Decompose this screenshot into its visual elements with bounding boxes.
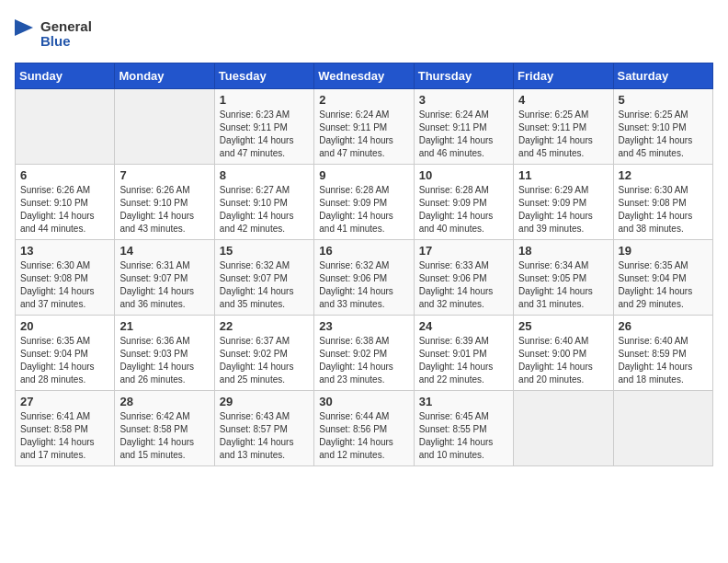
day-number: 24 <box>419 319 508 333</box>
day-number: 2 <box>319 93 408 107</box>
calendar-cell <box>16 89 115 165</box>
day-info: Sunrise: 6:38 AMSunset: 9:02 PMDaylight:… <box>319 335 408 386</box>
day-number: 18 <box>518 244 608 258</box>
day-number: 27 <box>20 395 109 408</box>
calendar-week-5: 27Sunrise: 6:41 AMSunset: 8:58 PMDayligh… <box>16 391 713 466</box>
day-info: Sunrise: 6:29 AMSunset: 9:09 PMDaylight:… <box>518 184 608 236</box>
day-info: Sunrise: 6:37 AMSunset: 9:02 PMDaylight:… <box>220 335 309 386</box>
calendar-cell: 27Sunrise: 6:41 AMSunset: 8:58 PMDayligh… <box>16 391 115 466</box>
calendar-cell: 16Sunrise: 6:32 AMSunset: 9:06 PMDayligh… <box>314 240 414 316</box>
day-number: 4 <box>518 93 608 107</box>
day-info: Sunrise: 6:26 AMSunset: 9:10 PMDaylight:… <box>20 184 109 236</box>
day-number: 28 <box>119 395 209 408</box>
day-number: 1 <box>220 93 309 107</box>
day-info: Sunrise: 6:28 AMSunset: 9:09 PMDaylight:… <box>419 184 508 236</box>
day-number: 23 <box>319 319 408 333</box>
logo: GeneralBlue <box>15 15 97 52</box>
calendar-cell: 23Sunrise: 6:38 AMSunset: 9:02 PMDayligh… <box>314 316 414 391</box>
calendar-cell: 18Sunrise: 6:34 AMSunset: 9:05 PMDayligh… <box>514 240 613 316</box>
day-number: 11 <box>518 168 608 182</box>
day-number: 13 <box>20 244 109 258</box>
day-number: 20 <box>20 319 109 333</box>
day-number: 10 <box>419 168 508 182</box>
day-info: Sunrise: 6:34 AMSunset: 9:05 PMDaylight:… <box>518 259 608 311</box>
calendar-cell: 4Sunrise: 6:25 AMSunset: 9:11 PMDaylight… <box>514 89 613 165</box>
calendar-cell: 17Sunrise: 6:33 AMSunset: 9:06 PMDayligh… <box>414 240 513 316</box>
day-info: Sunrise: 6:25 AMSunset: 9:11 PMDaylight:… <box>518 109 608 160</box>
day-number: 9 <box>319 168 408 182</box>
calendar-week-1: 1Sunrise: 6:23 AMSunset: 9:11 PMDaylight… <box>16 89 713 165</box>
calendar-cell: 22Sunrise: 6:37 AMSunset: 9:02 PMDayligh… <box>214 316 313 391</box>
day-number: 8 <box>220 168 309 182</box>
calendar-header-row: SundayMondayTuesdayWednesdayThursdayFrid… <box>16 63 713 89</box>
calendar-cell: 3Sunrise: 6:24 AMSunset: 9:11 PMDaylight… <box>414 89 513 165</box>
day-number: 6 <box>20 168 109 182</box>
column-header-thursday: Thursday <box>414 63 513 89</box>
calendar-cell: 10Sunrise: 6:28 AMSunset: 9:09 PMDayligh… <box>414 165 513 240</box>
day-info: Sunrise: 6:41 AMSunset: 8:58 PMDaylight:… <box>20 410 109 462</box>
day-number: 7 <box>119 168 209 182</box>
calendar-cell: 25Sunrise: 6:40 AMSunset: 9:00 PMDayligh… <box>514 316 613 391</box>
day-info: Sunrise: 6:30 AMSunset: 9:08 PMDaylight:… <box>619 184 708 236</box>
day-info: Sunrise: 6:31 AMSunset: 9:07 PMDaylight:… <box>119 259 209 311</box>
calendar-cell: 19Sunrise: 6:35 AMSunset: 9:04 PMDayligh… <box>613 240 712 316</box>
day-info: Sunrise: 6:23 AMSunset: 9:11 PMDaylight:… <box>220 109 309 160</box>
day-info: Sunrise: 6:28 AMSunset: 9:09 PMDaylight:… <box>319 184 408 236</box>
svg-text:Blue: Blue <box>40 33 71 49</box>
calendar-cell: 6Sunrise: 6:26 AMSunset: 9:10 PMDaylight… <box>16 165 115 240</box>
calendar-cell: 20Sunrise: 6:35 AMSunset: 9:04 PMDayligh… <box>16 316 115 391</box>
calendar-week-3: 13Sunrise: 6:30 AMSunset: 9:08 PMDayligh… <box>16 240 713 316</box>
day-info: Sunrise: 6:42 AMSunset: 8:58 PMDaylight:… <box>119 410 209 462</box>
day-number: 25 <box>518 319 608 333</box>
day-info: Sunrise: 6:32 AMSunset: 9:07 PMDaylight:… <box>220 259 309 311</box>
column-header-saturday: Saturday <box>613 63 712 89</box>
calendar-cell: 26Sunrise: 6:40 AMSunset: 8:59 PMDayligh… <box>613 316 712 391</box>
day-info: Sunrise: 6:35 AMSunset: 9:04 PMDaylight:… <box>20 335 109 386</box>
calendar-cell: 5Sunrise: 6:25 AMSunset: 9:10 PMDaylight… <box>613 89 712 165</box>
day-info: Sunrise: 6:32 AMSunset: 9:06 PMDaylight:… <box>319 259 408 311</box>
day-info: Sunrise: 6:40 AMSunset: 8:59 PMDaylight:… <box>619 335 708 386</box>
day-info: Sunrise: 6:24 AMSunset: 9:11 PMDaylight:… <box>319 109 408 160</box>
day-info: Sunrise: 6:40 AMSunset: 9:00 PMDaylight:… <box>518 335 608 386</box>
day-info: Sunrise: 6:44 AMSunset: 8:56 PMDaylight:… <box>319 410 408 462</box>
day-info: Sunrise: 6:24 AMSunset: 9:11 PMDaylight:… <box>419 109 508 160</box>
day-number: 16 <box>319 244 408 258</box>
column-header-wednesday: Wednesday <box>314 63 414 89</box>
calendar-cell: 28Sunrise: 6:42 AMSunset: 8:58 PMDayligh… <box>115 391 214 466</box>
calendar-cell: 29Sunrise: 6:43 AMSunset: 8:57 PMDayligh… <box>214 391 313 466</box>
day-number: 5 <box>619 93 708 107</box>
calendar-cell: 12Sunrise: 6:30 AMSunset: 9:08 PMDayligh… <box>613 165 712 240</box>
day-info: Sunrise: 6:25 AMSunset: 9:10 PMDaylight:… <box>619 109 708 160</box>
calendar-cell: 21Sunrise: 6:36 AMSunset: 9:03 PMDayligh… <box>115 316 214 391</box>
day-number: 29 <box>220 395 309 408</box>
svg-text:General: General <box>40 18 92 34</box>
day-number: 22 <box>220 319 309 333</box>
column-header-monday: Monday <box>115 63 214 89</box>
calendar-week-4: 20Sunrise: 6:35 AMSunset: 9:04 PMDayligh… <box>16 316 713 391</box>
calendar-cell <box>613 391 712 466</box>
day-number: 30 <box>319 395 408 408</box>
calendar-cell: 1Sunrise: 6:23 AMSunset: 9:11 PMDaylight… <box>214 89 313 165</box>
calendar-week-2: 6Sunrise: 6:26 AMSunset: 9:10 PMDaylight… <box>16 165 713 240</box>
day-info: Sunrise: 6:30 AMSunset: 9:08 PMDaylight:… <box>20 259 109 311</box>
calendar-table: SundayMondayTuesdayWednesdayThursdayFrid… <box>15 63 713 466</box>
day-info: Sunrise: 6:45 AMSunset: 8:55 PMDaylight:… <box>419 410 508 462</box>
column-header-friday: Friday <box>514 63 613 89</box>
calendar-cell <box>514 391 613 466</box>
page-header: GeneralBlue <box>15 15 713 52</box>
calendar-cell: 11Sunrise: 6:29 AMSunset: 9:09 PMDayligh… <box>514 165 613 240</box>
calendar-cell: 13Sunrise: 6:30 AMSunset: 9:08 PMDayligh… <box>16 240 115 316</box>
calendar-cell: 14Sunrise: 6:31 AMSunset: 9:07 PMDayligh… <box>115 240 214 316</box>
day-info: Sunrise: 6:43 AMSunset: 8:57 PMDaylight:… <box>220 410 309 462</box>
svg-marker-2 <box>15 19 33 36</box>
day-info: Sunrise: 6:27 AMSunset: 9:10 PMDaylight:… <box>220 184 309 236</box>
day-number: 17 <box>419 244 508 258</box>
calendar-cell: 30Sunrise: 6:44 AMSunset: 8:56 PMDayligh… <box>314 391 414 466</box>
calendar-cell: 9Sunrise: 6:28 AMSunset: 9:09 PMDaylight… <box>314 165 414 240</box>
calendar-cell: 31Sunrise: 6:45 AMSunset: 8:55 PMDayligh… <box>414 391 513 466</box>
column-header-sunday: Sunday <box>16 63 115 89</box>
day-number: 14 <box>119 244 209 258</box>
calendar-cell: 15Sunrise: 6:32 AMSunset: 9:07 PMDayligh… <box>214 240 313 316</box>
day-info: Sunrise: 6:39 AMSunset: 9:01 PMDaylight:… <box>419 335 508 386</box>
day-info: Sunrise: 6:33 AMSunset: 9:06 PMDaylight:… <box>419 259 508 311</box>
